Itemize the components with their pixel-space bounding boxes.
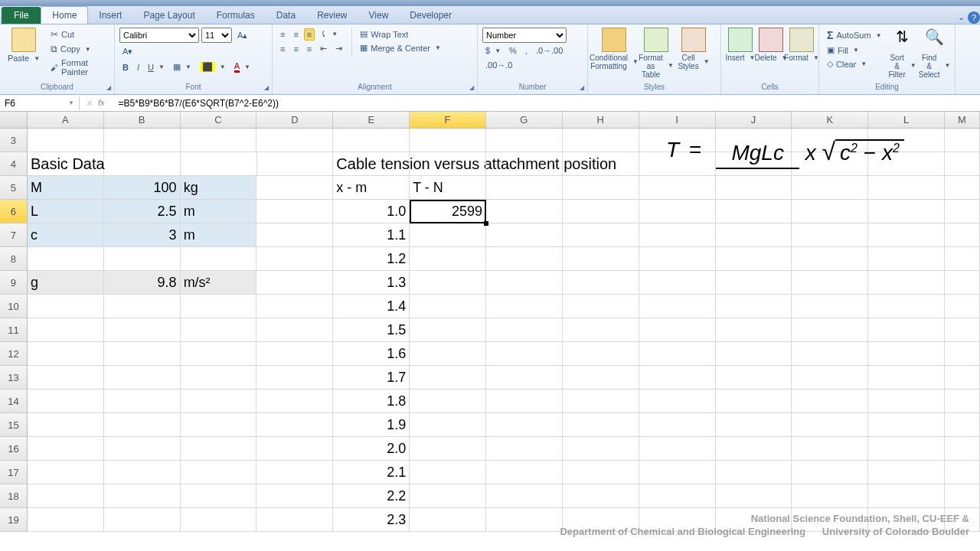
row-header-5[interactable]: 5 (0, 176, 28, 200)
cell-M8[interactable] (945, 247, 980, 271)
underline-button[interactable]: U▼ (145, 61, 168, 73)
format-button[interactable]: Format▼ (781, 52, 822, 64)
cell-H17[interactable] (563, 461, 639, 484)
cell-A15[interactable] (28, 413, 104, 437)
cell-C18[interactable] (181, 484, 257, 508)
col-header-B[interactable]: B (104, 112, 181, 128)
cell-H11[interactable] (563, 318, 639, 342)
select-all-corner[interactable] (0, 112, 28, 128)
cell-C19[interactable] (181, 508, 257, 532)
increase-indent-icon[interactable]: ⇥ (332, 42, 345, 55)
col-header-A[interactable]: A (28, 112, 104, 128)
cell-H15[interactable] (563, 413, 639, 437)
cell-A6[interactable]: L (28, 200, 104, 223)
cell-D6[interactable] (256, 200, 333, 223)
tab-home[interactable]: Home (41, 6, 88, 24)
sort-filter-button[interactable]: Sort & Filter▼ (886, 52, 920, 80)
cell-D19[interactable] (256, 508, 333, 532)
cell-I13[interactable] (639, 366, 716, 390)
decrease-indent-icon[interactable]: ⇤ (317, 42, 330, 55)
cell-G17[interactable] (486, 461, 563, 484)
col-header-K[interactable]: K (792, 112, 868, 128)
cell-J16[interactable] (716, 437, 792, 461)
cell-K18[interactable] (792, 484, 868, 508)
cell-B19[interactable] (104, 508, 181, 532)
cell-G3[interactable] (486, 129, 563, 152)
row-header-17[interactable]: 17 (0, 461, 28, 484)
tab-formulas[interactable]: Formulas (206, 7, 266, 24)
cell-H4[interactable] (563, 152, 639, 176)
row-header-12[interactable]: 12 (0, 342, 28, 366)
paste-icon[interactable] (11, 28, 36, 52)
cell-B18[interactable] (104, 484, 181, 508)
cell-L11[interactable] (868, 318, 945, 342)
cell-C7[interactable]: m (181, 223, 257, 247)
row-header-15[interactable]: 15 (0, 413, 28, 437)
cell-B11[interactable] (104, 318, 181, 342)
cell-E13[interactable]: 1.7 (333, 366, 410, 390)
font-size-select[interactable]: 11 (201, 28, 232, 43)
cell-E11[interactable]: 1.5 (333, 318, 410, 342)
cell-styles-icon[interactable] (681, 28, 706, 52)
cell-E4[interactable]: Cable tension versus attachment position (333, 152, 410, 176)
cell-B5[interactable]: 100 (104, 176, 181, 200)
fill-handle[interactable] (484, 221, 488, 226)
cell-J14[interactable] (716, 390, 792, 413)
cell-A10[interactable] (28, 295, 104, 318)
cell-F18[interactable] (410, 484, 486, 508)
cell-D8[interactable] (256, 247, 333, 271)
cell-C5[interactable]: kg (181, 176, 257, 200)
orientation-icon[interactable]: ⤹▼ (317, 28, 341, 41)
dialog-launcher-icon[interactable]: ◢ (580, 84, 584, 91)
row-header-11[interactable]: 11 (0, 318, 28, 342)
cell-D10[interactable] (256, 295, 333, 318)
cell-E9[interactable]: 1.3 (333, 271, 410, 295)
cell-E7[interactable]: 1.1 (333, 223, 410, 247)
cell-M9[interactable] (945, 271, 980, 295)
cell-B7[interactable]: 3 (104, 223, 181, 247)
tab-insert[interactable]: Insert (88, 7, 132, 24)
cell-B12[interactable] (104, 342, 181, 366)
cell-M5[interactable] (945, 176, 980, 200)
cell-F17[interactable] (410, 461, 486, 484)
align-right-icon[interactable]: ≡ (304, 43, 315, 55)
row-header-9[interactable]: 9 (0, 271, 28, 295)
align-center-icon[interactable]: ≡ (290, 43, 301, 55)
cell-K7[interactable] (792, 223, 868, 247)
row-header-16[interactable]: 16 (0, 437, 28, 461)
cell-A4[interactable]: Basic Data (28, 152, 104, 176)
cell-L7[interactable] (868, 223, 945, 247)
cell-K8[interactable] (792, 247, 868, 271)
cell-G9[interactable] (486, 271, 563, 295)
cell-A9[interactable]: g (28, 271, 104, 295)
tab-view[interactable]: View (358, 7, 400, 24)
col-header-L[interactable]: L (868, 112, 945, 128)
font-color-button[interactable]: A▼ (231, 60, 253, 74)
increase-font-icon[interactable]: A▴ (234, 29, 250, 42)
cell-L6[interactable] (868, 200, 945, 223)
cell-M6[interactable] (945, 200, 980, 223)
fx-icon[interactable]: fx (98, 98, 109, 109)
cell-G18[interactable] (486, 484, 563, 508)
help-icon[interactable]: ? (968, 11, 980, 24)
cell-A3[interactable] (28, 129, 104, 152)
cell-D17[interactable] (256, 461, 333, 484)
cell-D12[interactable] (256, 342, 333, 366)
decrease-decimal-icon[interactable]: .00→.0 (482, 59, 515, 71)
cell-A14[interactable] (28, 390, 104, 413)
cell-K11[interactable] (792, 318, 868, 342)
cell-D15[interactable] (256, 413, 333, 437)
cell-K16[interactable] (792, 437, 868, 461)
dialog-launcher-icon[interactable]: ◢ (469, 84, 474, 91)
cell-D11[interactable] (256, 318, 333, 342)
decrease-font-icon[interactable]: A▾ (119, 45, 136, 58)
cell-M3[interactable] (945, 129, 980, 152)
italic-button[interactable]: I (134, 61, 142, 73)
cell-A7[interactable]: c (28, 223, 104, 247)
spreadsheet-grid[interactable]: A B C D E F G H I J K L M 34Basic DataCa… (0, 112, 980, 543)
tab-developer[interactable]: Developer (399, 7, 462, 24)
format-as-table-icon[interactable] (644, 28, 668, 52)
cell-G8[interactable] (486, 247, 563, 271)
clear-button[interactable]: ◇ Clear▼ (824, 57, 885, 70)
cell-L18[interactable] (868, 484, 945, 508)
